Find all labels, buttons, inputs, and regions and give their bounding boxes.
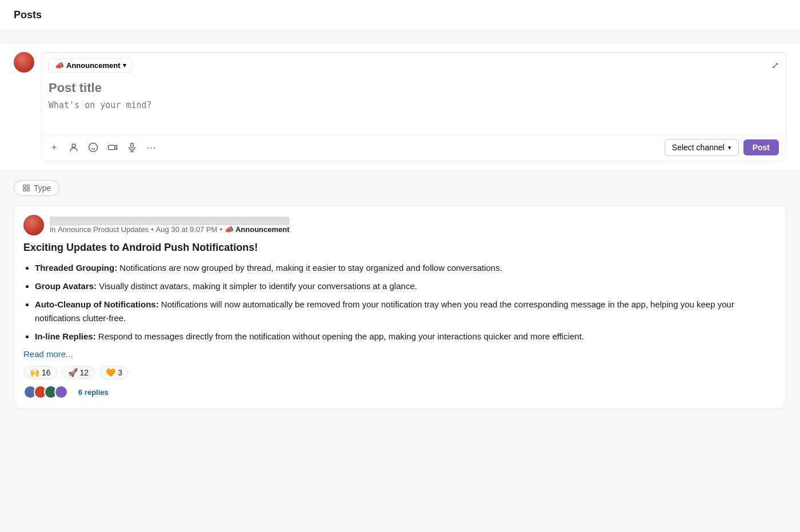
reaction-emoji-1: 🙌 [30,368,39,377]
post-announcement-tag: 📣 Announcement [225,225,290,234]
list-item: Auto-Cleanup of Notifications: Notificat… [35,298,777,325]
post-title-input[interactable] [42,76,786,98]
compose-user-avatar [14,52,34,73]
compose-box: 📣 Announcement ▾ ⤢ + [41,52,786,161]
select-channel-button[interactable]: Select channel ▾ [665,139,739,156]
compose-toolbar: + [42,134,786,161]
post-timestamp: Aug 30 at 9:07 PM [156,225,218,234]
bullet-bold-3: Auto-Cleanup of Notifications: [35,299,159,309]
replies-count[interactable]: 6 replies [78,388,109,397]
reaction-badge-1[interactable]: 🙌 16 [23,366,57,379]
reply-avatars [23,385,68,399]
post-button[interactable]: Post [743,139,779,155]
reaction-badge-2[interactable]: 🚀 12 [62,366,95,379]
reaction-badge-3[interactable]: 🧡 3 [99,366,129,379]
expand-icon[interactable]: ⤢ [771,60,779,71]
svg-rect-5 [131,143,134,148]
in-label: in [50,225,55,234]
bullet-text-2: Visually distinct avatars, making it sim… [99,281,417,291]
replies-row: 6 replies [23,385,777,399]
mention-icon[interactable] [68,142,79,153]
svg-point-1 [89,143,98,152]
compose-section: 📣 Announcement ▾ ⤢ + [0,42,800,171]
post-meta: ██████ in Announce Product Updates • Aug… [23,215,777,235]
announcement-label: Announcement [66,61,121,70]
filter-bar: Type [0,171,800,205]
chevron-down-icon: ▾ [123,62,126,69]
post-body-input[interactable] [42,98,786,132]
post-card: ██████ in Announce Product Updates • Aug… [14,205,786,409]
type-filter-button[interactable]: Type [14,180,59,196]
post-author-name: ██████ [50,217,290,225]
compose-wrapper: 📣 Announcement ▾ ⤢ + [41,52,786,161]
add-icon[interactable]: + [49,142,60,153]
reactions-row: 🙌 16 🚀 12 🧡 3 [23,366,777,379]
dot-separator: • [151,225,154,234]
reaction-count-2: 12 [80,368,89,377]
svg-rect-11 [27,189,29,191]
toolbar-left: + [49,142,157,153]
reaction-count-1: 16 [42,368,51,377]
post-channel-time: in Announce Product Updates • Aug 30 at … [50,225,290,234]
post-body: Threaded Grouping: Notifications are now… [23,261,777,343]
post-author-avatar [23,215,44,235]
video-icon[interactable] [107,142,118,153]
dot-separator-2: • [219,225,222,234]
toolbar-right: Select channel ▾ Post [665,139,779,156]
bullet-bold-4: In-line Replies: [35,331,96,341]
bullet-bold-2: Group Avatars: [35,281,97,291]
type-filter-icon [22,184,30,192]
mic-icon[interactable] [126,142,138,153]
post-bullet-list: Threaded Grouping: Notifications are now… [23,261,777,343]
announcement-tag-icon: 📣 [225,225,234,234]
reply-avatar-4 [54,385,68,399]
announcement-tag-label: Announcement [235,225,290,234]
announcement-dropdown[interactable]: 📣 Announcement ▾ [49,58,133,73]
post-title: Exciting Updates to Android Push Notific… [23,241,777,254]
svg-rect-8 [23,185,26,187]
svg-rect-4 [109,145,115,150]
list-item: Threaded Grouping: Notifications are now… [35,261,777,275]
svg-rect-10 [23,189,26,191]
list-item: In-line Replies: Respond to messages dir… [35,330,777,343]
svg-point-0 [72,144,75,147]
read-more-link[interactable]: Read more... [23,349,777,359]
svg-rect-9 [27,185,29,187]
select-channel-chevron: ▾ [728,144,731,151]
reaction-count-3: 3 [118,368,122,377]
announcement-icon: 📣 [55,61,64,70]
bullet-bold-1: Threaded Grouping: [35,263,117,273]
type-filter-label: Type [34,183,51,193]
post-channel[interactable]: Announce Product Updates [58,225,149,234]
bullet-text-4: Respond to messages directly from the no… [98,331,584,341]
reaction-emoji-3: 🧡 [106,368,115,377]
bullet-text-1: Notifications are now grouped by thread,… [119,263,502,273]
more-icon[interactable]: ··· [146,142,157,153]
reaction-emoji-2: 🚀 [68,368,78,377]
list-item: Group Avatars: Visually distinct avatars… [35,279,777,293]
page-title: Posts [0,0,800,31]
select-channel-label: Select channel [672,143,725,152]
emoji-icon[interactable] [87,142,99,153]
post-meta-info: ██████ in Announce Product Updates • Aug… [50,217,290,234]
